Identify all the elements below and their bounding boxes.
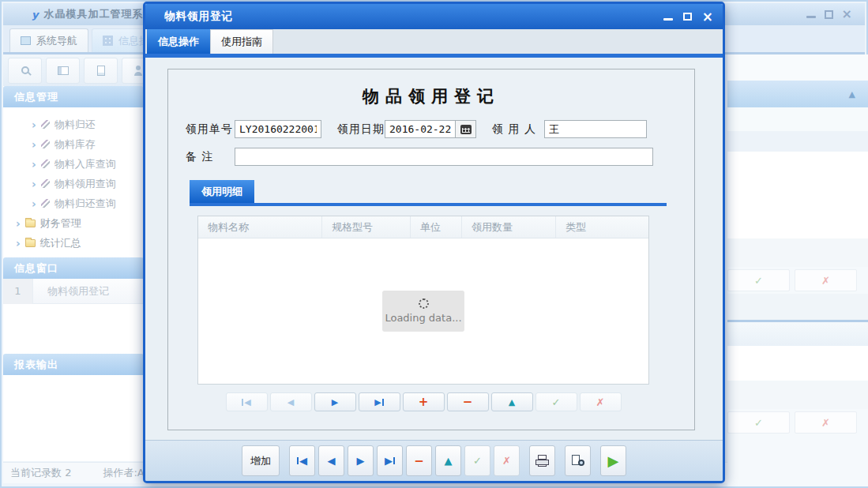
- first-record-icon: ◀: [242, 398, 250, 407]
- tab-info-operation[interactable]: 信息操作: [147, 29, 210, 54]
- edit-row-button[interactable]: ▲: [491, 392, 533, 411]
- cancel-button[interactable]: ✗: [795, 269, 857, 291]
- close-icon[interactable]: ×: [702, 10, 713, 24]
- minimize-icon[interactable]: [663, 18, 673, 21]
- search-icon: [21, 66, 29, 74]
- sidebar-item-material-requisition-query[interactable]: › 物料领用查询: [3, 174, 144, 193]
- chevron-right-icon: ›: [16, 238, 21, 249]
- sidebar-item-material-return-query[interactable]: › 物料归还查询: [3, 193, 144, 213]
- restore-icon[interactable]: [825, 10, 833, 19]
- date-label: 领用日期: [337, 122, 385, 137]
- previous-record-button[interactable]: ◀: [270, 392, 312, 411]
- order-no-label: 领用单号: [186, 122, 235, 137]
- next-record-icon: ▶: [332, 398, 338, 407]
- bg-row: [727, 107, 868, 131]
- sidebar-item-finance-management[interactable]: › 财务管理: [3, 213, 144, 233]
- order-no-field[interactable]: [235, 120, 321, 138]
- bg-row: [727, 381, 868, 409]
- previous-record-icon: ◀: [287, 398, 294, 407]
- person-label: 领 用 人: [492, 122, 544, 137]
- first-record-button[interactable]: ◀: [289, 445, 315, 476]
- cross-icon: ✗: [596, 396, 605, 408]
- delete-row-button[interactable]: −: [447, 392, 489, 411]
- run-button[interactable]: ▶: [600, 445, 626, 476]
- dialog-tabstrip: 信息操作 使用指南: [145, 29, 723, 54]
- open-window-list-item[interactable]: 1 物料领用登记: [3, 279, 144, 304]
- cancel-row-button[interactable]: ✗: [580, 392, 622, 411]
- calendar-button[interactable]: [456, 120, 476, 138]
- sidebar-item-label: 财务管理: [40, 216, 81, 231]
- collapse-icon[interactable]: ▲: [849, 90, 855, 99]
- sidebar-item-material-inbound-query[interactable]: › 物料入库查询: [3, 154, 144, 174]
- tools-icon: [41, 179, 50, 188]
- tab-user-guide[interactable]: 使用指南: [210, 29, 273, 54]
- grid-list-button[interactable]: [46, 58, 80, 84]
- col-unit: 单位: [411, 216, 462, 238]
- chevron-right-icon: ›: [32, 119, 36, 130]
- print-button[interactable]: [529, 445, 555, 476]
- printer-icon: [535, 455, 550, 467]
- tools-icon: [41, 160, 50, 168]
- sidebar-tree: › 物料归还 › 物料库存 › 物料入库查询 › 物料领用查询: [3, 107, 144, 253]
- main-toolbar: [3, 54, 144, 86]
- loading-text: Loading data...: [385, 312, 461, 324]
- minimize-icon[interactable]: [806, 16, 816, 18]
- record-count: 当前记录数 2: [10, 466, 71, 480]
- screen: y 水晶模具加工管理系统(非 × 系统导航 信息操: [0, 0, 868, 488]
- plus-icon: +: [419, 395, 429, 409]
- form-row-1: 领用单号 领用日期 领 用 人: [186, 120, 694, 138]
- col-material-name: 物料名称: [198, 216, 322, 238]
- tab-requisition-detail[interactable]: 领用明细: [190, 180, 254, 203]
- first-record-button[interactable]: ◀: [226, 392, 268, 411]
- grid-header-row: 物料名称 规格型号 单位 领用数量 类型: [198, 216, 648, 238]
- add-row-button[interactable]: +: [403, 392, 445, 411]
- cancel-button[interactable]: ✗: [494, 445, 520, 476]
- search-button[interactable]: [8, 58, 42, 84]
- sidebar-section-info-windows[interactable]: 信息窗口: [3, 257, 144, 279]
- sidebar-item-material-stock[interactable]: › 物料库存: [3, 134, 144, 154]
- document-button[interactable]: [84, 58, 118, 84]
- maximize-icon[interactable]: [683, 13, 692, 21]
- previous-record-button[interactable]: ◀: [318, 445, 344, 476]
- next-record-button[interactable]: ▶: [314, 392, 356, 411]
- sidebar-section-info-management[interactable]: 信息管理: [3, 86, 144, 107]
- tab-system-navigation[interactable]: 系统导航: [9, 28, 88, 52]
- next-record-button[interactable]: ▶: [348, 445, 374, 476]
- window-icon: [21, 36, 31, 45]
- material-requisition-dialog: 物料领用登记 × 信息操作 使用指南 物品领用登记 领用单号 领用日期: [143, 2, 725, 483]
- remark-field[interactable]: [235, 148, 653, 166]
- next-record-icon: ▶: [357, 456, 365, 466]
- window-label: 物料领用登记: [33, 284, 109, 298]
- sidebar-item-statistics-summary[interactable]: › 统计汇总: [3, 233, 144, 253]
- chevron-right-icon: ›: [16, 218, 21, 229]
- sidebar-section-report-output[interactable]: 报表输出: [3, 354, 144, 375]
- sidebar-item-label: 物料归还: [54, 118, 96, 132]
- chevron-right-icon: ›: [32, 159, 36, 170]
- close-icon[interactable]: ×: [842, 8, 852, 21]
- last-record-button[interactable]: ▶: [377, 445, 403, 476]
- minus-icon: −: [414, 454, 424, 468]
- loading-indicator: Loading data...: [382, 291, 464, 332]
- grid-list-icon: [58, 66, 69, 75]
- cancel-button[interactable]: ✗: [795, 411, 857, 434]
- confirm-row-button[interactable]: ✓: [535, 392, 577, 411]
- print-preview-button[interactable]: [565, 445, 591, 476]
- check-icon: ✓: [754, 417, 763, 429]
- last-record-icon: ▶: [385, 456, 395, 466]
- cross-icon: ✗: [821, 275, 830, 287]
- confirm-button[interactable]: ✓: [464, 445, 490, 476]
- form-heading: 物品领用登记: [168, 85, 694, 107]
- col-spec-model: 规格型号: [322, 216, 411, 238]
- add-button[interactable]: 增加: [242, 445, 280, 476]
- edit-button[interactable]: ▲: [435, 445, 461, 476]
- delete-button[interactable]: −: [406, 445, 432, 476]
- ok-button[interactable]: ✓: [727, 411, 790, 434]
- col-quantity: 领用数量: [462, 216, 556, 238]
- sidebar-item-label: 物料归还查询: [54, 197, 116, 211]
- bg-button-row: ✓ ✗: [727, 267, 868, 294]
- last-record-button[interactable]: ▶: [359, 392, 400, 411]
- ok-button[interactable]: ✓: [727, 269, 790, 291]
- date-field[interactable]: [385, 120, 456, 138]
- person-field[interactable]: [544, 120, 647, 138]
- sidebar-item-material-return[interactable]: › 物料归还: [3, 114, 144, 134]
